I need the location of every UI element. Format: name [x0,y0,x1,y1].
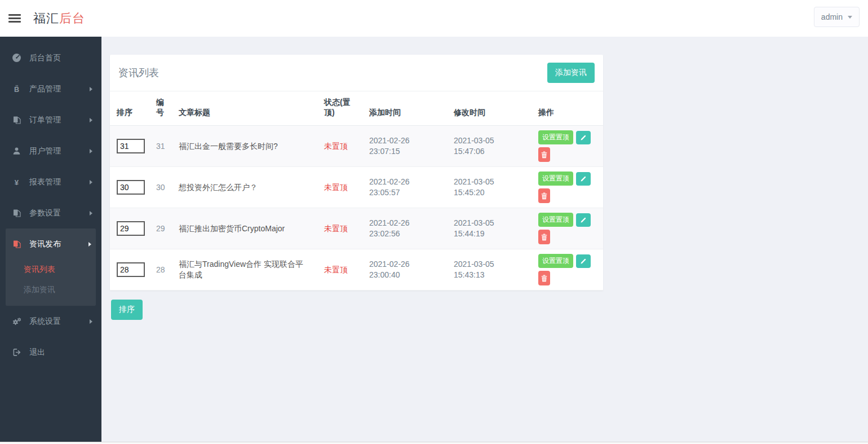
delete-button[interactable] [538,147,550,162]
row-modified-time: 2021-03-05 15:43:13 [447,249,532,291]
params-icon [11,209,22,218]
chevron-right-icon [90,319,92,324]
sidebar-item-label: 后台首页 [29,53,92,63]
sidebar-item-logout[interactable]: 退出 [0,337,101,368]
row-title: 福汇推出加密货币CryptoMajor [172,208,317,249]
sidebar-item-label: 报表管理 [29,177,90,187]
sidebar-item-orders[interactable]: 订单管理 [0,104,101,135]
brand-accent: 后台 [59,11,85,25]
sort-input[interactable] [117,221,145,236]
row-title: 福汇与TradingView合作 实现联合平台集成 [172,249,317,291]
sort-submit-button[interactable]: 排序 [111,300,143,320]
chevron-right-icon [90,211,92,216]
pencil-icon [580,217,587,223]
trash-icon [541,275,547,282]
status-badge: 未置顶 [317,208,362,249]
row-created-time: 2021-02-26 23:05:57 [362,167,447,208]
sort-input[interactable] [117,262,145,277]
trash-icon [541,192,547,200]
delete-button[interactable] [538,271,550,285]
sidebar-item-label: 用户管理 [29,146,90,156]
col-header-title: 文章标题 [172,91,317,126]
chevron-right-icon [90,118,92,122]
sidebar-subitem-news-list[interactable]: 资讯列表 [6,260,96,280]
yen-icon: ¥ [11,178,22,187]
chevron-right-icon [90,87,92,91]
sidebar-item-dashboard[interactable]: 后台首页 [0,42,101,73]
news-list-card: 资讯列表 添加资讯 排序 编号 文章标题 状态(置顶) 添加时间 修改时间 操作 [110,55,603,291]
sidebar: 后台首页 B 产品管理 订单管理 用户管理 ¥ 报表管理 参数设置 [0,37,101,442]
sort-input[interactable] [117,139,145,153]
chevron-down-icon [848,16,852,19]
edit-button[interactable] [576,172,591,186]
gears-icon [11,317,22,326]
sidebar-item-news-publish[interactable]: 资讯发布 [6,228,96,260]
brand-primary: 福汇 [33,11,59,25]
row-modified-time: 2021-03-05 15:45:20 [447,167,532,208]
table-header-row: 排序 编号 文章标题 状态(置顶) 添加时间 修改时间 操作 [110,91,603,126]
status-badge: 未置顶 [317,249,362,291]
sidebar-item-label: 产品管理 [29,84,90,94]
sidebar-group-news: 资讯发布 资讯列表 添加资讯 [6,228,96,306]
set-top-button[interactable]: 设置置顶 [538,130,573,144]
user-dropdown[interactable]: admin [814,7,860,27]
pencil-icon [580,258,587,265]
logout-icon [11,348,22,357]
page-title: 资讯列表 [118,66,159,80]
bitcoin-icon: B [11,85,22,94]
sidebar-item-reports[interactable]: ¥ 报表管理 [0,166,101,197]
top-header: 福汇后台 admin [0,0,868,37]
delete-button[interactable] [538,188,550,203]
set-top-button[interactable]: 设置置顶 [538,172,573,186]
trash-icon [541,234,547,241]
table-row: 29 福汇推出加密货币CryptoMajor 未置顶 2021-02-26 23… [110,208,603,249]
svg-text:B: B [14,85,19,93]
sort-input[interactable] [117,180,145,195]
dashboard-icon [11,53,22,63]
chevron-right-icon [90,180,92,184]
sidebar-item-products[interactable]: B 产品管理 [0,73,101,104]
sidebar-item-label: 退出 [29,348,92,358]
sidebar-item-parameters[interactable]: 参数设置 [0,197,101,228]
add-news-button[interactable]: 添加资讯 [547,63,595,83]
row-id: 31 [149,126,172,167]
sidebar-item-system-settings[interactable]: 系统设置 [0,306,101,337]
edit-button[interactable] [576,213,591,227]
table-row: 28 福汇与TradingView合作 实现联合平台集成 未置顶 2021-02… [110,249,603,291]
col-header-id: 编号 [149,91,172,126]
delete-button[interactable] [538,230,550,244]
status-badge: 未置顶 [317,167,362,208]
horizontal-scrollbar[interactable] [0,442,868,444]
row-title: 想投资外汇怎么开户？ [172,167,317,208]
row-id: 29 [149,208,172,249]
chevron-right-icon [88,242,91,247]
hamburger-menu-icon[interactable] [8,14,21,23]
card-header: 资讯列表 添加资讯 [110,55,603,91]
trash-icon [541,151,547,159]
row-modified-time: 2021-03-05 15:44:19 [447,208,532,249]
news-table: 排序 编号 文章标题 状态(置顶) 添加时间 修改时间 操作 31 福汇出金一般… [110,91,603,291]
user-dropdown-label: admin [821,12,843,21]
sidebar-item-users[interactable]: 用户管理 [0,135,101,166]
col-header-status: 状态(置顶) [317,91,362,126]
row-modified-time: 2021-03-05 15:47:06 [447,126,532,167]
table-row: 30 想投资外汇怎么开户？ 未置顶 2021-02-26 23:05:57 20… [110,167,603,208]
svg-text:¥: ¥ [15,178,19,186]
row-created-time: 2021-02-26 23:02:56 [362,208,447,249]
row-id: 30 [149,167,172,208]
sidebar-item-label: 系统设置 [29,316,90,327]
row-created-time: 2021-02-26 23:00:40 [362,249,447,291]
edit-button[interactable] [576,131,591,144]
edit-button[interactable] [576,254,591,268]
col-header-actions: 操作 [532,91,603,126]
sidebar-subitem-add-news[interactable]: 添加资讯 [6,280,96,300]
chevron-right-icon [90,149,92,153]
sidebar-item-label: 参数设置 [29,208,90,218]
user-icon [11,147,22,155]
set-top-button[interactable]: 设置置顶 [538,254,573,268]
main-content: 资讯列表 添加资讯 排序 编号 文章标题 状态(置顶) 添加时间 修改时间 操作 [101,37,868,442]
table-row: 31 福汇出金一般需要多长时间? 未置顶 2021-02-26 23:07:15… [110,126,603,167]
set-top-button[interactable]: 设置置顶 [538,213,573,227]
sidebar-item-label: 资讯发布 [29,239,88,249]
brand-logo: 福汇后台 [33,10,85,27]
